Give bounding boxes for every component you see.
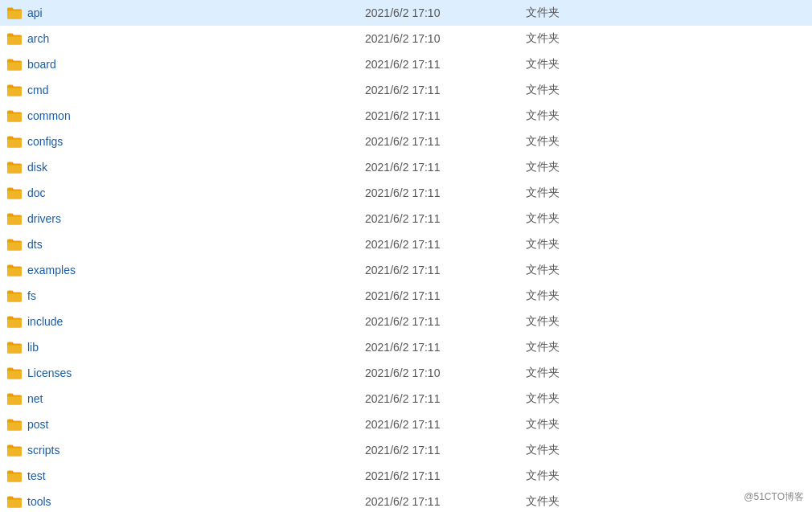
file-date: 2021/6/2 17:11 <box>365 315 526 328</box>
file-type: 文件夹 <box>526 211 646 226</box>
folder-icon <box>6 5 23 21</box>
folder-icon <box>6 288 23 304</box>
file-name: drivers <box>27 212 365 225</box>
table-row[interactable]: cmd2021/6/2 17:11文件夹 <box>0 77 812 103</box>
folder-icon <box>6 313 23 330</box>
file-name: api <box>27 6 365 19</box>
folder-icon <box>6 185 23 201</box>
file-name: arch <box>27 32 365 45</box>
file-date: 2021/6/2 17:11 <box>365 495 526 508</box>
file-date: 2021/6/2 17:11 <box>365 238 526 251</box>
file-name: fs <box>27 289 365 302</box>
table-row[interactable]: post2021/6/2 17:11文件夹 <box>0 412 812 437</box>
folder-icon <box>6 262 23 278</box>
folder-icon <box>6 468 23 484</box>
folder-icon <box>6 365 23 381</box>
table-row[interactable]: test2021/6/2 17:11文件夹 <box>0 463 812 489</box>
file-type: 文件夹 <box>526 31 646 46</box>
table-row[interactable]: dts2021/6/2 17:11文件夹 <box>0 231 812 257</box>
file-type: 文件夹 <box>526 186 646 200</box>
folder-icon <box>6 236 23 252</box>
file-name: test <box>27 469 365 482</box>
table-row[interactable]: arch2021/6/2 17:10文件夹 <box>0 26 812 51</box>
table-row[interactable]: common2021/6/2 17:11文件夹 <box>0 103 812 129</box>
folder-icon <box>6 82 23 98</box>
watermark: @51CTO博客 <box>744 490 804 504</box>
file-date: 2021/6/2 17:11 <box>365 289 526 302</box>
folder-icon <box>6 339 23 355</box>
file-type: 文件夹 <box>526 443 646 457</box>
table-row[interactable]: configs2021/6/2 17:11文件夹 <box>0 129 812 154</box>
table-row[interactable]: lib2021/6/2 17:11文件夹 <box>0 334 812 360</box>
file-type: 文件夹 <box>526 469 646 483</box>
file-type: 文件夹 <box>526 289 646 303</box>
file-type: 文件夹 <box>526 263 646 277</box>
file-name: doc <box>27 186 365 199</box>
file-date: 2021/6/2 17:11 <box>365 264 526 276</box>
file-name: cmd <box>27 84 365 96</box>
folder-icon <box>6 442 23 458</box>
file-date: 2021/6/2 17:11 <box>365 212 526 225</box>
folder-icon <box>6 211 23 227</box>
table-row[interactable]: doc2021/6/2 17:11文件夹 <box>0 180 812 206</box>
table-row[interactable]: fs2021/6/2 17:11文件夹 <box>0 283 812 309</box>
file-type: 文件夹 <box>526 237 646 252</box>
file-date: 2021/6/2 17:11 <box>365 109 526 122</box>
file-name: post <box>27 418 365 431</box>
file-type: 文件夹 <box>526 314 646 329</box>
table-row[interactable]: examples2021/6/2 17:11文件夹 <box>0 257 812 283</box>
file-name: common <box>27 109 365 122</box>
file-date: 2021/6/2 17:11 <box>365 444 526 457</box>
folder-icon <box>6 133 23 150</box>
file-name: dts <box>27 238 365 251</box>
file-type: 文件夹 <box>526 340 646 354</box>
file-type: 文件夹 <box>526 6 646 20</box>
table-row[interactable]: api2021/6/2 17:10文件夹 <box>0 0 812 26</box>
folder-icon <box>6 391 23 407</box>
table-row[interactable]: Licenses2021/6/2 17:10文件夹 <box>0 360 812 386</box>
file-name: board <box>27 58 365 71</box>
file-type: 文件夹 <box>526 83 646 97</box>
file-type: 文件夹 <box>526 109 646 123</box>
file-type: 文件夹 <box>526 57 646 72</box>
folder-icon <box>6 159 23 175</box>
file-date: 2021/6/2 17:10 <box>365 367 526 379</box>
file-date: 2021/6/2 17:10 <box>365 6 526 19</box>
file-date: 2021/6/2 17:10 <box>365 32 526 45</box>
table-row[interactable]: net2021/6/2 17:11文件夹 <box>0 386 812 412</box>
file-date: 2021/6/2 17:11 <box>365 135 526 148</box>
file-type: 文件夹 <box>526 494 646 509</box>
file-type: 文件夹 <box>526 134 646 149</box>
file-date: 2021/6/2 17:11 <box>365 58 526 71</box>
file-name: disk <box>27 161 365 174</box>
file-name: examples <box>27 264 365 276</box>
file-date: 2021/6/2 17:11 <box>365 469 526 482</box>
file-list: api2021/6/2 17:10文件夹 arch2021/6/2 17:10文… <box>0 0 812 512</box>
table-row[interactable]: board2021/6/2 17:11文件夹 <box>0 51 812 77</box>
table-row[interactable]: scripts2021/6/2 17:11文件夹 <box>0 437 812 463</box>
file-name: Licenses <box>27 367 365 379</box>
file-name: include <box>27 315 365 328</box>
file-name: configs <box>27 135 365 148</box>
table-row[interactable]: tools2021/6/2 17:11文件夹 <box>0 489 812 512</box>
file-name: lib <box>27 341 365 354</box>
table-row[interactable]: drivers2021/6/2 17:11文件夹 <box>0 206 812 231</box>
folder-icon <box>6 494 23 510</box>
folder-icon <box>6 56 23 72</box>
file-date: 2021/6/2 17:11 <box>365 418 526 431</box>
file-name: scripts <box>27 444 365 457</box>
folder-icon <box>6 31 23 47</box>
file-name: net <box>27 392 365 405</box>
file-type: 文件夹 <box>526 417 646 432</box>
table-row[interactable]: disk2021/6/2 17:11文件夹 <box>0 154 812 180</box>
folder-icon <box>6 108 23 124</box>
folder-icon <box>6 416 23 432</box>
file-type: 文件夹 <box>526 366 646 380</box>
file-date: 2021/6/2 17:11 <box>365 341 526 354</box>
file-date: 2021/6/2 17:11 <box>365 392 526 405</box>
file-name: tools <box>27 495 365 508</box>
file-date: 2021/6/2 17:11 <box>365 186 526 199</box>
table-row[interactable]: include2021/6/2 17:11文件夹 <box>0 309 812 334</box>
file-type: 文件夹 <box>526 160 646 174</box>
file-type: 文件夹 <box>526 391 646 406</box>
